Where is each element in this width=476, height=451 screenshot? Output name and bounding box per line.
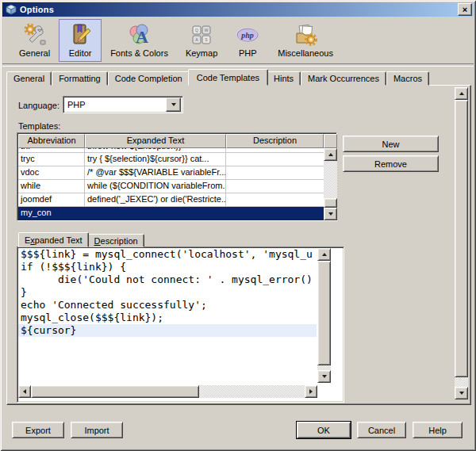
panel-vertical-scrollbar[interactable] bbox=[455, 87, 468, 399]
combo-dropdown-button[interactable] bbox=[166, 97, 181, 112]
tab-description[interactable]: Description bbox=[88, 234, 144, 247]
column-header-description[interactable]: Description bbox=[226, 134, 324, 148]
close-icon: × bbox=[463, 6, 467, 13]
column-header-abbreviation[interactable]: Abbreviation bbox=[18, 134, 85, 148]
scroll-thumb[interactable] bbox=[455, 100, 468, 377]
scroll-up-button[interactable] bbox=[455, 87, 468, 100]
templates-table: Abbreviation Expanded Text Description t… bbox=[17, 132, 337, 221]
category-editor[interactable]: Editor bbox=[59, 19, 102, 62]
category-miscellaneous[interactable]: Miscellaneous bbox=[269, 19, 342, 62]
tab-macros[interactable]: Macros bbox=[386, 71, 429, 86]
remove-button[interactable]: Remove bbox=[343, 155, 439, 172]
category-label: Keymap bbox=[186, 48, 217, 58]
category-fonts-colors[interactable]: A Fonts & Colors bbox=[102, 19, 177, 62]
help-button[interactable]: Help bbox=[413, 422, 463, 438]
cancel-button[interactable]: Cancel bbox=[357, 422, 406, 438]
scroll-down-button[interactable] bbox=[455, 387, 468, 399]
code-line: $$${link} = mysql_connect('localhost', '… bbox=[18, 248, 317, 261]
php-logo-icon: php bbox=[235, 22, 260, 48]
svg-text:php: php bbox=[240, 31, 254, 40]
tab-code-completion[interactable]: Code Completion bbox=[108, 71, 190, 86]
category-label: PHP bbox=[239, 48, 257, 58]
tab-code-templates[interactable]: Code Templates bbox=[188, 69, 268, 86]
category-toolbar: General Editor A bbox=[2, 17, 474, 64]
triangle-down-icon bbox=[322, 375, 327, 378]
close-button[interactable]: × bbox=[458, 3, 472, 16]
language-label: Language: bbox=[18, 101, 60, 110]
table-row-selected[interactable]: my_con bbox=[18, 207, 324, 220]
table-row[interactable]: joomdef defined('_JEXEC') or die('Restri… bbox=[18, 193, 324, 207]
scroll-thumb[interactable] bbox=[31, 385, 199, 398]
code-line-current: ${cursor} bbox=[18, 324, 317, 337]
tab-hints[interactable]: Hints bbox=[267, 71, 301, 86]
new-button[interactable]: New bbox=[343, 136, 439, 152]
chevron-down-icon bbox=[171, 103, 176, 106]
language-value: PHP bbox=[63, 100, 166, 109]
scroll-track[interactable] bbox=[324, 161, 337, 198]
code-line: die('Could not connect: ' . mysql_error(… bbox=[18, 273, 317, 286]
palette-letter-icon: A bbox=[127, 22, 152, 48]
category-php[interactable]: php PHP bbox=[226, 19, 269, 62]
triangle-up-icon bbox=[322, 253, 327, 256]
code-line: if (!$$${link}) { bbox=[18, 261, 317, 273]
expanded-text-editor[interactable]: $$${link} = mysql_connect('localhost', '… bbox=[17, 247, 344, 403]
book-pencil-icon bbox=[67, 22, 93, 48]
tab-mark-occurrences[interactable]: Mark Occurrences bbox=[301, 71, 386, 86]
triangle-down-icon bbox=[459, 392, 464, 395]
category-label: General bbox=[19, 48, 50, 58]
scroll-left-button[interactable] bbox=[18, 385, 31, 398]
folder-gear-icon bbox=[293, 22, 318, 48]
code-line: } bbox=[18, 286, 317, 299]
scroll-down-button[interactable] bbox=[317, 370, 331, 383]
editor-tabstrip: General Formatting Code Completion Code … bbox=[6, 69, 429, 86]
code-templates-panel: Language: PHP Templates: Abbreviation Ex… bbox=[6, 85, 471, 405]
tab-formatting[interactable]: Formatting bbox=[52, 71, 108, 86]
category-label: Miscellaneous bbox=[278, 48, 333, 58]
scroll-thumb[interactable] bbox=[324, 198, 337, 208]
scroll-up-button[interactable] bbox=[317, 248, 331, 261]
ok-button[interactable]: OK bbox=[297, 422, 351, 438]
scroll-thumb[interactable] bbox=[317, 261, 331, 365]
import-button[interactable]: Import bbox=[71, 422, 123, 438]
export-button[interactable]: Export bbox=[12, 422, 64, 438]
category-label: Fonts & Colors bbox=[110, 48, 168, 58]
tab-expanded-text[interactable]: Expanded Text bbox=[18, 232, 89, 247]
titlebar[interactable]: Options × bbox=[2, 2, 474, 17]
table-vertical-scrollbar[interactable] bbox=[324, 148, 337, 220]
table-row[interactable]: tryc try { ${selection}${cursor}} cat... bbox=[18, 153, 324, 166]
table-header: Abbreviation Expanded Text Description bbox=[18, 134, 337, 148]
triangle-right-icon bbox=[309, 389, 313, 394]
language-combobox[interactable]: PHP bbox=[63, 96, 183, 113]
toolbar-separator bbox=[2, 63, 474, 67]
code-line: echo 'Connected successfully'; bbox=[18, 299, 317, 311]
category-label: Editor bbox=[69, 48, 92, 58]
triangle-up-icon bbox=[459, 92, 464, 95]
options-dialog: Options × General bbox=[0, 0, 476, 451]
code-area[interactable]: $$${link} = mysql_connect('localhost', '… bbox=[18, 248, 317, 384]
scroll-down-button[interactable] bbox=[324, 208, 337, 220]
keyboard-keys-icon: Q W A S bbox=[189, 22, 214, 48]
triangle-left-icon bbox=[23, 389, 26, 394]
table-row[interactable]: while while (${CONDITION variableFrom... bbox=[18, 180, 324, 193]
detail-tabstrip: Expanded Text Description bbox=[18, 232, 144, 247]
column-header-expanded-text[interactable]: Expanded Text bbox=[85, 134, 226, 148]
svg-text:W: W bbox=[205, 28, 209, 32]
triangle-up-icon bbox=[328, 153, 333, 156]
code-line: mysql_close($$${link}); bbox=[18, 311, 317, 324]
window-title: Options bbox=[20, 5, 54, 14]
app-cube-icon bbox=[6, 4, 17, 15]
table-body: thr throw new ${Exception}} tryc try { $… bbox=[18, 148, 324, 220]
scroll-right-button[interactable] bbox=[305, 385, 317, 398]
category-general[interactable]: General bbox=[10, 19, 59, 62]
tab-general[interactable]: General bbox=[6, 71, 52, 86]
triangle-down-icon bbox=[328, 212, 333, 216]
category-keymap[interactable]: Q W A S Keymap bbox=[177, 19, 226, 62]
svg-text:Q: Q bbox=[195, 28, 198, 32]
table-row[interactable]: vdoc /* @var $$${VARIABLE variableFr... bbox=[18, 166, 324, 180]
editor-horizontal-scrollbar[interactable] bbox=[18, 385, 317, 398]
editor-vertical-scrollbar[interactable] bbox=[317, 248, 331, 383]
scroll-track[interactable] bbox=[455, 377, 468, 387]
gears-wrench-icon bbox=[22, 22, 48, 48]
scroll-track[interactable] bbox=[199, 385, 305, 398]
scroll-up-button[interactable] bbox=[324, 148, 337, 161]
